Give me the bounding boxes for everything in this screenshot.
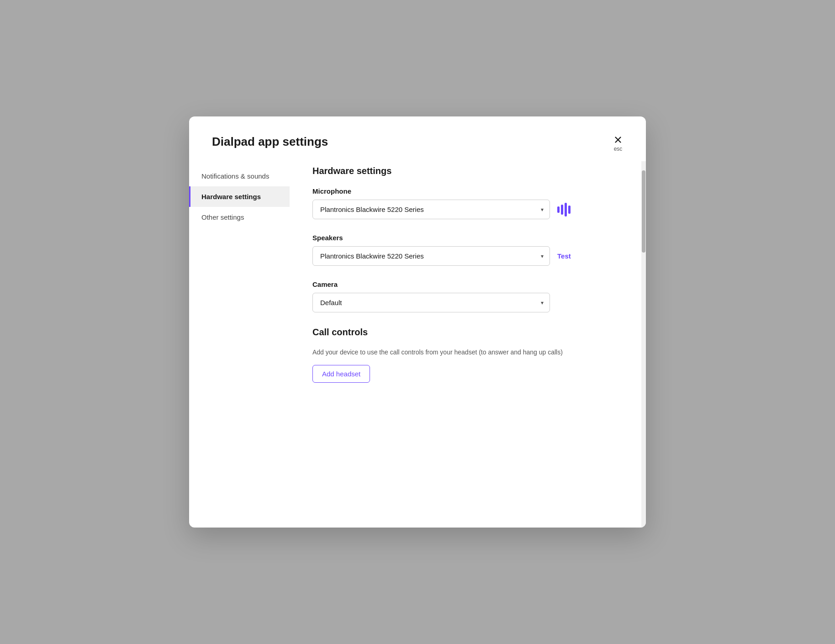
microphone-row: Plantronics Blackwire 5220 SeriesDefault… — [312, 200, 618, 219]
modal-title: Dialpad app settings — [212, 135, 328, 149]
mic-bar-1 — [557, 206, 560, 213]
call-controls-description: Add your device to use the call controls… — [312, 348, 618, 356]
close-label: esc — [614, 146, 623, 152]
add-headset-button[interactable]: Add headset — [312, 365, 370, 383]
camera-select-wrapper: DefaultFaceTime HD CameraUSB Camera ▾ — [312, 293, 550, 312]
call-controls-section: Call controls Add your device to use the… — [312, 327, 618, 383]
sidebar-item-hardware[interactable]: Hardware settings — [189, 186, 290, 207]
hardware-settings-title: Hardware settings — [312, 166, 618, 176]
mic-bar-3 — [565, 203, 567, 216]
call-controls-title: Call controls — [312, 327, 618, 338]
modal-body: Notifications & sounds Hardware settings… — [189, 161, 646, 528]
sidebar-item-notifications[interactable]: Notifications & sounds — [189, 166, 290, 186]
speakers-group: Speakers Plantronics Blackwire 5220 Seri… — [312, 234, 618, 266]
modal-overlay: Dialpad app settings esc Notifications &… — [0, 0, 835, 644]
microphone-select[interactable]: Plantronics Blackwire 5220 SeriesDefault… — [312, 200, 550, 219]
speakers-row: Plantronics Blackwire 5220 SeriesDefault… — [312, 246, 618, 266]
speakers-select-wrapper: Plantronics Blackwire 5220 SeriesDefault… — [312, 246, 550, 266]
speakers-select[interactable]: Plantronics Blackwire 5220 SeriesDefault… — [312, 246, 550, 266]
camera-row: DefaultFaceTime HD CameraUSB Camera ▾ — [312, 293, 618, 312]
mic-bar-4 — [568, 206, 571, 214]
microphone-label: Microphone — [312, 187, 618, 195]
camera-label: Camera — [312, 280, 618, 288]
speakers-test-button[interactable]: Test — [557, 252, 571, 260]
close-button[interactable]: esc — [613, 135, 623, 152]
sidebar: Notifications & sounds Hardware settings… — [189, 161, 290, 528]
microphone-select-wrapper: Plantronics Blackwire 5220 SeriesDefault… — [312, 200, 550, 219]
camera-select[interactable]: DefaultFaceTime HD CameraUSB Camera — [312, 293, 550, 312]
scrollbar-thumb[interactable] — [642, 170, 645, 253]
modal-header: Dialpad app settings esc — [189, 116, 646, 161]
camera-group: Camera DefaultFaceTime HD CameraUSB Came… — [312, 280, 618, 312]
close-icon — [613, 135, 623, 145]
mic-bar-2 — [561, 205, 563, 215]
speakers-label: Speakers — [312, 234, 618, 242]
main-content: Hardware settings Microphone Plantronics… — [290, 161, 641, 528]
scrollbar-track — [641, 161, 646, 528]
settings-modal: Dialpad app settings esc Notifications &… — [189, 116, 646, 528]
microphone-group: Microphone Plantronics Blackwire 5220 Se… — [312, 187, 618, 219]
microphone-level-icon — [557, 203, 571, 216]
sidebar-item-other[interactable]: Other settings — [189, 207, 290, 227]
